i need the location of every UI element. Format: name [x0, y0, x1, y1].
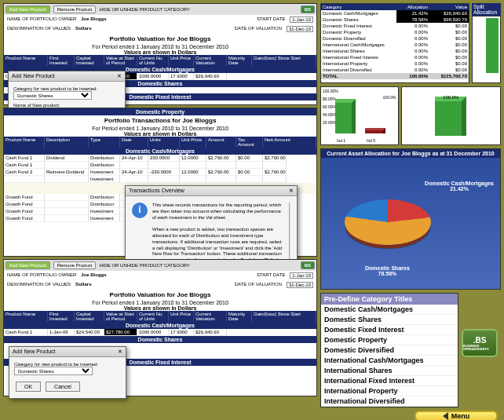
category-select[interactable]: Domestic Shares [13, 91, 92, 100]
pie-title: Current Asset Allocation for Joe Bloggs … [321, 149, 500, 158]
trans-section-dcm: Domestic Cash/Mortgages [4, 148, 316, 155]
table-row[interactable]: Cash Fund 11-Jan-09$24,540.00$27,780.001… [4, 329, 316, 336]
valuation-period: For Period ended 1 January 2010 to 31 De… [4, 44, 316, 49]
allocation-row[interactable]: International Shares0.00%$0.00 [321, 48, 469, 54]
bs-logo-button[interactable]: .BSBUSINESS SPREADSHEETS [462, 329, 498, 357]
arrow-left-icon [443, 412, 448, 420]
valuation-title: Portfolio Valuation for Joe Bloggs [4, 34, 316, 44]
category-select[interactable]: Domestic Shares [14, 367, 93, 375]
category-item[interactable]: Domestic Property [321, 335, 458, 345]
category-item[interactable]: International Shares [321, 366, 458, 376]
section-dp: Domestic Property [4, 108, 316, 115]
add-product-dialog: Add New Product✕ Category for new produc… [9, 346, 126, 399]
bs-icon-button[interactable]: BS [301, 261, 315, 269]
category-item[interactable]: International Property [321, 386, 458, 396]
valuation-columns: Product NameFirst InvestedCapital Invest… [4, 55, 316, 66]
denom-value: Dollars [75, 26, 91, 32]
allocation-table: CategoryAllocationValue Domestic Cash/Mo… [320, 3, 469, 83]
allocation-row[interactable]: International Diversified0.00%$0.00 [321, 67, 469, 73]
start-date-input[interactable]: 1-Jan-10 [290, 16, 313, 23]
table-row[interactable]: Cash Fund 1Distribution [4, 162, 316, 169]
dialog-title: Add New Product [12, 73, 54, 79]
start-label: START DATE [257, 16, 285, 23]
owner-label: NAME OF PORTFOLIO OWNER [7, 16, 76, 23]
add-product-button[interactable]: Add New Product [5, 5, 50, 13]
table-row[interactable]: Cash Fund 2Reinvest DividendInvestment24… [4, 169, 316, 176]
info-title: Transactions Overview [129, 188, 184, 194]
allocation-row[interactable]: International Fixed Interest0.00%$0.00 [321, 54, 469, 60]
owner-value: Joe Bloggs [81, 16, 106, 23]
close-icon[interactable]: ✕ [118, 349, 122, 355]
category-list-header: Pre-Define Category Titles [321, 294, 458, 305]
allocation-row[interactable]: International Property0.00%$0.00 [321, 60, 469, 67]
table-row[interactable]: Investment [4, 176, 316, 183]
close-icon[interactable]: ✕ [289, 188, 294, 194]
category-item[interactable]: International Diversified [321, 396, 458, 407]
cancel-button[interactable]: Cancel [46, 382, 80, 392]
category-item[interactable]: International Cash/Mortgages [321, 356, 458, 366]
hide-label: HIDE OR UNHIDE PRODUCT CATEGORY [99, 7, 190, 12]
category-item[interactable]: Domestic Cash/Mortgages [321, 305, 458, 315]
pie-chart-panel: Current Asset Allocation for Joe Bloggs … [320, 148, 501, 290]
ok-button[interactable]: OK [16, 382, 41, 392]
start-date-input[interactable]: 1-Jan-10 [290, 272, 313, 279]
valdate-input[interactable]: 31-Dec-10 [287, 26, 313, 32]
category-item[interactable]: Domestic Shares [321, 315, 458, 325]
valuation-panel-2: Add New Product Remove Product HIDE OR U… [3, 259, 317, 396]
split-chart: 100.0% [401, 86, 501, 145]
table-row[interactable]: Cash Fund 1DividendDistribution24-Apr-10… [4, 155, 316, 162]
bs-icon-button[interactable]: BS [301, 5, 315, 13]
close-icon[interactable]: ✕ [117, 73, 122, 79]
hide-label: HIDE OR UNHIDE PRODUCT CATEGORY [99, 263, 190, 268]
category-item[interactable]: International Fixed Interest [321, 376, 458, 386]
allocation-row[interactable]: Domestic Fixed Interest0.00%$0.00 [321, 23, 469, 29]
valdate-input[interactable]: 31-Dec-10 [287, 282, 313, 288]
info-icon: i [132, 203, 148, 218]
trans-units: Values are shown in Dollars [4, 131, 316, 137]
allocation-row[interactable]: Domestic Shares78.58%$98,820.70 [321, 16, 469, 23]
remove-product-button[interactable]: Remove Product [53, 261, 97, 269]
pie-chart [345, 199, 431, 245]
allocation-row[interactable]: International Cash/Mortgages0.00%$0.00 [321, 42, 469, 48]
trans-period: For Period ended 1 January 2010 to 31 De… [4, 126, 316, 131]
category-list: Pre-Define Category Titles Domestic Cash… [320, 293, 458, 407]
trans-title: Portfolio Transactions for Joe Bloggs [4, 115, 316, 126]
menu-button[interactable]: Menu [415, 411, 498, 420]
add-product-button[interactable]: Add New Product [5, 261, 50, 269]
valdate-label: DATE OF VALUATION [235, 26, 282, 32]
valuation-units: Values are shown in Dollars [4, 49, 316, 55]
allocation-total: TOTAL100.00%$125,760.70 [321, 73, 469, 79]
category-item[interactable]: Domestic Fixed Interest [321, 325, 458, 335]
trans-columns: Product NameDescriptionTypeDateUnitsUnit… [4, 137, 316, 148]
denom-label: DENOMINATION OF VALUES [7, 26, 71, 32]
allocation-row[interactable]: Domestic Property0.00%$0.00 [321, 29, 469, 35]
allocation-row[interactable]: Domestic Diversified0.00%$0.00 [321, 35, 469, 42]
category-item[interactable]: Domestic Diversified [321, 345, 458, 356]
info-p1: This sheet records transactions for the … [152, 203, 284, 221]
allocation-row[interactable]: Domestic Cash/Mortgages21.42%$26,940.60 [321, 10, 469, 16]
bar-chart: 100.00% 80.00% 60.00% 40.00% 20.00% 100.… [320, 86, 399, 145]
split-header: Split Allocation [472, 3, 501, 16]
remove-product-button[interactable]: Remove Product [53, 5, 97, 13]
